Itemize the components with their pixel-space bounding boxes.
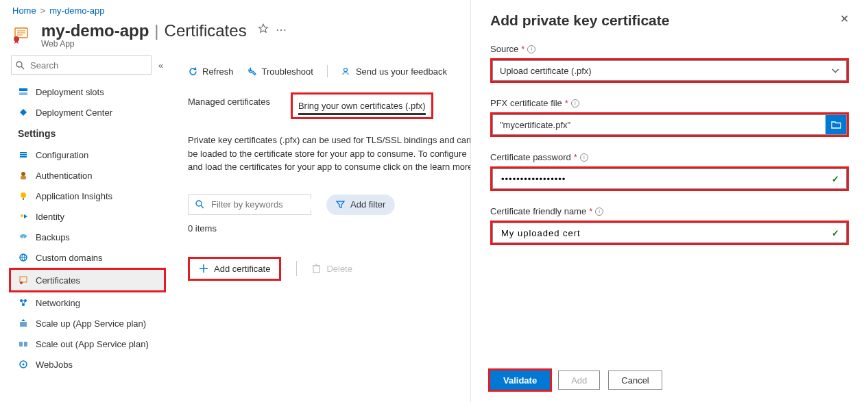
info-icon[interactable]: i bbox=[595, 208, 603, 216]
svg-rect-8 bbox=[19, 92, 27, 95]
authentication-icon bbox=[18, 170, 29, 181]
password-input[interactable]: ✓ bbox=[492, 168, 847, 189]
title-pipe: | bbox=[154, 21, 158, 40]
sidebar-item-label: Deployment slots bbox=[36, 87, 104, 97]
info-icon[interactable]: i bbox=[571, 99, 579, 108]
tab-managed-certificates[interactable]: Managed certificates bbox=[188, 92, 270, 119]
search-icon bbox=[16, 61, 25, 70]
pfx-file-value: "mycertificate.pfx" bbox=[493, 120, 825, 130]
slots-icon bbox=[18, 86, 29, 97]
identity-icon bbox=[18, 211, 29, 222]
sidebar-search[interactable] bbox=[11, 55, 152, 75]
sidebar-item-certificates[interactable]: Certificates bbox=[11, 270, 164, 290]
source-select[interactable]: Upload certificate (.pfx) bbox=[492, 60, 847, 81]
info-icon[interactable]: i bbox=[527, 45, 535, 53]
sidebar-item-identity[interactable]: Identity bbox=[11, 206, 171, 227]
delete-label: Delete bbox=[326, 264, 352, 274]
troubleshoot-button[interactable]: Troubleshoot bbox=[248, 66, 313, 77]
troubleshoot-icon bbox=[248, 66, 258, 77]
refresh-button[interactable]: Refresh bbox=[188, 66, 234, 77]
svg-line-33 bbox=[201, 205, 204, 208]
cancel-button[interactable]: Cancel bbox=[608, 370, 662, 390]
breadcrumb-home[interactable]: Home bbox=[12, 5, 36, 16]
domains-icon bbox=[18, 252, 29, 263]
svg-rect-7 bbox=[19, 88, 27, 91]
password-value[interactable] bbox=[500, 173, 832, 185]
sidebar-item-authentication[interactable]: Authentication bbox=[11, 165, 171, 186]
breadcrumb-sep: > bbox=[40, 5, 46, 16]
sidebar-item-custom-domains[interactable]: Custom domains bbox=[11, 247, 171, 268]
svg-rect-21 bbox=[20, 277, 27, 282]
sidebar-item-backups[interactable]: Backups bbox=[11, 227, 171, 247]
chevron-down-icon bbox=[832, 68, 839, 73]
sidebar-item-label: Custom domains bbox=[36, 253, 103, 263]
friendly-name-value[interactable] bbox=[500, 227, 832, 239]
sidebar-item-label: Configuration bbox=[36, 150, 88, 160]
sidebar-item-label: Networking bbox=[36, 298, 80, 308]
trash-icon bbox=[312, 264, 321, 273]
feedback-button[interactable]: Send us your feedback bbox=[341, 66, 447, 77]
svg-point-12 bbox=[21, 172, 25, 176]
insights-icon bbox=[18, 190, 29, 201]
sidebar-heading-settings: Settings bbox=[11, 123, 171, 145]
add-filter-label: Add filter bbox=[350, 199, 385, 210]
check-icon: ✓ bbox=[832, 174, 839, 184]
add-button[interactable]: Add bbox=[558, 370, 600, 390]
add-certificate-label: Add certificate bbox=[214, 264, 270, 274]
validate-button[interactable]: Validate bbox=[490, 370, 550, 390]
folder-icon bbox=[831, 121, 841, 129]
sidebar-item-deployment-center[interactable]: Deployment Center bbox=[11, 102, 171, 123]
password-label: Certificate password* i bbox=[490, 152, 849, 162]
close-icon[interactable]: ✕ bbox=[840, 12, 849, 25]
friendly-name-input[interactable]: ✓ bbox=[492, 223, 847, 243]
webjobs-icon bbox=[18, 359, 29, 370]
panel-title: Add private key certificate bbox=[490, 12, 669, 29]
tab-bring-your-own-certificates[interactable]: Bring your own certificates (.pfx) bbox=[298, 97, 426, 115]
refresh-label: Refresh bbox=[202, 66, 234, 77]
delete-button[interactable]: Delete bbox=[312, 264, 352, 274]
filter-keywords[interactable] bbox=[188, 194, 311, 215]
panel-footer: Validate Add Cancel bbox=[490, 358, 849, 402]
collapse-sidebar-icon[interactable]: « bbox=[158, 60, 163, 71]
svg-point-32 bbox=[196, 201, 202, 206]
sidebar-item-webjobs[interactable]: WebJobs bbox=[11, 354, 171, 375]
sidebar-item-label: Scale out (App Service plan) bbox=[36, 339, 149, 349]
add-certificate-button[interactable]: Add certificate bbox=[190, 259, 279, 279]
sidebar-item-label: Certificates bbox=[36, 275, 80, 286]
svg-point-14 bbox=[21, 192, 26, 198]
more-ellipsis-icon[interactable]: ⋯ bbox=[276, 23, 287, 36]
backups-icon bbox=[18, 231, 29, 242]
svg-point-4 bbox=[14, 36, 19, 42]
add-certificate-panel: Add private key certificate ✕ Source* i … bbox=[470, 0, 868, 402]
svg-rect-13 bbox=[21, 176, 26, 179]
sidebar-item-scale-up[interactable]: Scale up (App Service plan) bbox=[11, 313, 171, 334]
page-title-section: Certificates bbox=[165, 21, 247, 40]
refresh-icon bbox=[188, 66, 198, 77]
svg-line-6 bbox=[21, 66, 24, 69]
toolbar-separator bbox=[327, 65, 328, 77]
svg-point-22 bbox=[20, 281, 23, 284]
filter-keywords-input[interactable] bbox=[210, 199, 328, 210]
breadcrumb-app[interactable]: my-demo-app bbox=[49, 5, 104, 16]
sidebar-item-scale-out[interactable]: Scale out (App Service plan) bbox=[11, 334, 171, 354]
deployment-center-icon bbox=[18, 107, 29, 118]
sidebar-item-app-insights[interactable]: Application Insights bbox=[11, 186, 171, 206]
pfx-file-label: PFX certificate file* i bbox=[490, 98, 849, 108]
sidebar-search-input[interactable] bbox=[29, 60, 147, 71]
sidebar-item-networking[interactable]: Networking bbox=[11, 292, 171, 313]
info-icon[interactable]: i bbox=[580, 153, 588, 162]
action-separator bbox=[296, 261, 297, 276]
source-value: Upload certificate (.pfx) bbox=[500, 66, 592, 76]
svg-point-5 bbox=[16, 62, 22, 67]
pfx-file-input[interactable]: "mycertificate.pfx" bbox=[492, 114, 847, 135]
add-filter-button[interactable]: Add filter bbox=[326, 194, 395, 215]
configuration-icon bbox=[18, 149, 29, 160]
svg-point-30 bbox=[23, 364, 25, 366]
svg-point-31 bbox=[343, 68, 347, 71]
favorite-star-icon[interactable] bbox=[258, 23, 269, 36]
resource-type: Web App bbox=[41, 39, 287, 49]
sidebar: « Deployment slots Deployment Center Set… bbox=[0, 49, 171, 402]
sidebar-item-deployment-slots[interactable]: Deployment slots bbox=[11, 81, 171, 102]
browse-file-button[interactable] bbox=[825, 115, 846, 134]
sidebar-item-configuration[interactable]: Configuration bbox=[11, 145, 171, 165]
